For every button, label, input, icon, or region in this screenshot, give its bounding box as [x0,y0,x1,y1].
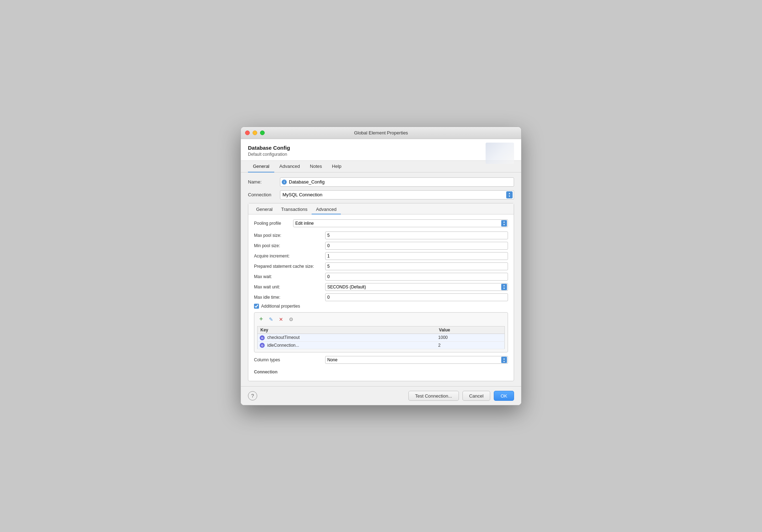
max-pool-size-label: Max pool size: [254,233,325,238]
column-types-select-wrapper: None ▲ ▼ [325,356,508,364]
prepared-statement-row: Prepared statement cache size: [254,262,508,270]
name-label: Name: [248,179,280,185]
minimize-button[interactable] [253,131,257,135]
name-row: Name: i [248,177,514,187]
row-icon [260,335,265,340]
inner-tab-general[interactable]: General [252,205,277,214]
max-pool-size-row: Max pool size: [254,232,508,239]
min-pool-size-input[interactable] [325,242,508,250]
table-cell-key: idleConnection... [258,341,436,349]
props-toolbar: + ✎ ✕ ⚙ [257,315,505,323]
table-row[interactable]: idleConnection... 2 [258,341,505,349]
traffic-lights [245,131,265,135]
name-input-wrapper: i [280,177,514,187]
help-button[interactable]: ? [248,391,257,400]
additional-properties-row: Additional properties [254,304,508,309]
cancel-button[interactable]: Cancel [462,391,490,401]
connection-label: Connection [248,192,280,197]
max-wait-label: Max wait: [254,274,325,279]
edit-property-button[interactable]: ✎ [267,315,275,323]
table-row[interactable]: checkoutTimeout 1000 [258,334,505,341]
titlebar: Global Element Properties [241,127,521,139]
footer-right: Test Connection... Cancel OK [408,391,514,401]
add-property-button[interactable]: + [257,315,265,323]
max-wait-unit-label: Max wait unit: [254,284,325,289]
additional-properties-panel: + ✎ ✕ ⚙ Key Value [254,312,508,353]
table-cell-value: 2 [436,341,505,349]
max-wait-unit-select[interactable]: SECONDS (Default) [325,283,508,291]
prepared-statement-input[interactable] [325,262,508,270]
table-cell-value: 1000 [436,334,505,341]
footer-left: ? [248,391,257,400]
column-types-label: Column types [254,357,325,362]
test-connection-button[interactable]: Test Connection... [408,391,459,401]
main-tabs: General Advanced Notes Help [241,161,521,172]
window-title: Global Element Properties [354,130,408,135]
ok-button[interactable]: OK [494,391,514,401]
connection-section-label: Connection [254,367,508,376]
tab-notes[interactable]: Notes [305,161,327,172]
tools-button[interactable]: ⚙ [287,315,295,323]
max-idle-time-row: Max idle time: [254,293,508,301]
pooling-profile-row: Pooling profile Edit inline ▲ ▼ [254,219,508,227]
main-window: Global Element Properties Database Confi… [240,127,522,406]
app-title: Database Config [248,145,514,151]
additional-properties-label: Additional properties [261,304,300,309]
connection-row: Connection MySQL Connection ▲ ▼ [248,190,514,200]
max-wait-unit-select-wrapper: SECONDS (Default) ▲ ▼ [325,283,508,291]
min-pool-size-row: Min pool size: [254,242,508,250]
connection-select-wrapper: MySQL Connection ▲ ▼ [280,190,514,200]
name-input-icon: i [282,180,287,185]
max-wait-input[interactable] [325,273,508,281]
prepared-statement-label: Prepared statement cache size: [254,264,325,269]
tab-help[interactable]: Help [327,161,346,172]
content-area: Name: i Connection MySQL Connection ▲ ▼ [241,172,521,387]
acquire-increment-row: Acquire increment: [254,252,508,260]
delete-property-button[interactable]: ✕ [277,315,285,323]
table-cell-key: checkoutTimeout [258,334,436,341]
app-subtitle: Default configuration [248,152,514,157]
max-idle-time-input[interactable] [325,293,508,301]
acquire-increment-input[interactable] [325,252,508,260]
window-body: Database Config Default configuration Ge… [241,139,521,405]
acquire-increment-label: Acquire increment: [254,254,325,259]
row-icon [260,343,265,348]
col-key-header: Key [258,326,436,334]
connection-select[interactable]: MySQL Connection [280,190,514,200]
inner-tab-advanced[interactable]: Advanced [312,205,341,214]
max-idle-time-label: Max idle time: [254,295,325,300]
additional-properties-checkbox[interactable] [254,304,259,309]
inner-tab-transactions[interactable]: Transactions [277,205,312,214]
pooling-label: Pooling profile [254,221,293,226]
pooling-select[interactable]: Edit inline [293,219,508,227]
properties-table: Key Value checkoutTimeout [257,326,505,350]
inner-tabs: General Transactions Advanced [248,203,514,214]
max-wait-row: Max wait: [254,273,508,281]
max-wait-unit-row: Max wait unit: SECONDS (Default) ▲ ▼ [254,283,508,291]
min-pool-size-label: Min pool size: [254,243,325,248]
tab-general[interactable]: General [248,161,274,172]
column-types-row: Column types None ▲ ▼ [254,356,508,364]
name-input[interactable] [280,177,514,187]
pooling-select-wrapper: Edit inline ▲ ▼ [293,219,508,227]
maximize-button[interactable] [260,131,265,135]
inner-content: Pooling profile Edit inline ▲ ▼ [248,214,514,381]
col-value-header: Value [436,326,505,334]
close-button[interactable] [245,131,250,135]
max-pool-size-input[interactable] [325,232,508,239]
column-types-select[interactable]: None [325,356,508,364]
footer-bar: ? Test Connection... Cancel OK [241,386,521,405]
inner-panel: General Transactions Advanced Pooling pr… [248,203,514,382]
header-section: Database Config Default configuration [241,139,521,161]
tab-advanced[interactable]: Advanced [274,161,305,172]
